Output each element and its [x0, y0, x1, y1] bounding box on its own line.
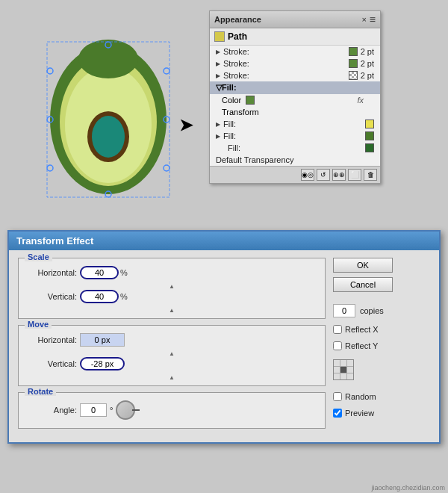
appearance-panel: Appearance × ≡ Path ▶ Stroke: 2 pt ▶ Str…	[209, 10, 381, 184]
reflect-x-row: Reflect X	[333, 325, 430, 334]
reflect-y-label: Reflect Y	[345, 341, 378, 350]
svg-point-13	[47, 165, 53, 171]
random-label: Random	[345, 392, 376, 401]
scale-horizontal-row: Horizontal: %	[25, 266, 319, 279]
move-vertical-input[interactable]	[80, 357, 125, 370]
copies-label: copies	[360, 306, 384, 315]
fill-row-1[interactable]: ▶ Fill:	[210, 118, 380, 130]
stroke-row-2[interactable]: ▶ Stroke: 2 pt	[210, 58, 380, 69]
reflect-x-label: Reflect X	[345, 325, 379, 334]
expand-triangle-2: ▶	[216, 61, 220, 67]
expand-triangle-1: ▶	[216, 49, 220, 55]
fill-color-swatch	[246, 96, 255, 105]
scale-content: Horizontal: % ▲ Vertical: %	[25, 263, 319, 314]
ok-button[interactable]: OK	[333, 258, 393, 273]
random-checkbox[interactable]	[333, 392, 342, 401]
stroke-value-3: 2 pt	[361, 71, 374, 80]
toolbar-btn-3[interactable]: ⊕⊕	[332, 169, 346, 181]
fill-header[interactable]: ▽Fill:	[210, 81, 380, 94]
dialog-left: Scale Horizontal: % ▲ Vertical:	[18, 258, 326, 435]
scale-vertical-row: Vertical: %	[25, 290, 319, 303]
stroke-label-2: Stroke:	[223, 59, 346, 68]
rotate-angle-unit: °	[110, 406, 113, 415]
toolbar-btn-4[interactable]: ⬜	[348, 169, 361, 181]
reflect-y-row: Reflect Y	[333, 341, 430, 350]
scale-group: Scale Horizontal: % ▲ Vertical:	[18, 258, 326, 319]
panel-menu-btn[interactable]: ≡	[370, 13, 376, 25]
copies-row: copies	[333, 304, 430, 317]
random-row: Random	[333, 392, 430, 401]
arrow-pointer: ➤	[179, 116, 193, 135]
move-content: Horizontal: ▲ Vertical: ▲	[25, 330, 319, 381]
panel-titlebar: Appearance × ≡	[210, 11, 380, 28]
scale-vertical-input[interactable]	[80, 290, 119, 303]
svg-point-14	[164, 165, 169, 171]
transform-grid[interactable]	[333, 359, 354, 380]
grid-cell-5	[340, 367, 346, 373]
fill-triangle-2: ▶	[216, 133, 220, 140]
preview-label: Preview	[345, 409, 374, 418]
move-horizontal-input[interactable]	[80, 333, 125, 347]
fill-row-2[interactable]: ▶ Fill:	[210, 130, 380, 142]
fill-swatch-2	[365, 131, 374, 140]
knob-line	[132, 409, 140, 411]
reflect-x-checkbox[interactable]	[333, 325, 342, 334]
stroke-row-1[interactable]: ▶ Stroke: 2 pt	[210, 46, 380, 58]
reflect-y-checkbox[interactable]	[333, 341, 342, 350]
grid-cell-6	[347, 367, 353, 373]
rotate-label: Rotate	[25, 387, 56, 396]
stroke-label-1: Stroke:	[223, 47, 346, 56]
rotate-angle-label: Angle:	[25, 406, 77, 415]
path-icon	[214, 31, 225, 42]
scale-vertical-label: Vertical:	[25, 292, 77, 301]
fill-swatch-1	[365, 120, 374, 128]
stroke-value-2: 2 pt	[361, 59, 374, 68]
cancel-button[interactable]: Cancel	[333, 277, 393, 292]
rotate-content: Angle: °	[25, 397, 319, 420]
stroke-row-3[interactable]: ▶ Stroke: 2 pt	[210, 69, 380, 81]
scale-horizontal-unit: %	[120, 268, 135, 277]
expand-triangle-3: ▶	[216, 72, 220, 79]
color-label: Color	[222, 96, 241, 105]
fx-label: fx	[357, 96, 364, 105]
scale-horizontal-input[interactable]	[80, 266, 119, 279]
fill-triangle-1: ▶	[216, 121, 220, 128]
stroke-label-3: Stroke:	[223, 71, 346, 80]
transform-dialog: Transform Effect Scale Horizontal: % ▲	[7, 230, 441, 444]
dialog-right: OK Cancel copies Reflect X Reflect Y	[333, 258, 430, 435]
path-label: Path	[228, 31, 247, 42]
stroke-value-1: 2 pt	[361, 47, 374, 56]
dialog-title: Transform Effect	[16, 235, 93, 246]
svg-point-12	[164, 68, 169, 74]
rotate-knob[interactable]	[116, 400, 135, 420]
default-transparency-row: Default Transparency	[210, 154, 380, 166]
dialog-body: Scale Horizontal: % ▲ Vertical:	[9, 250, 439, 442]
fill-row-3[interactable]: Fill:	[210, 142, 380, 154]
grid-cell-7	[334, 373, 340, 379]
grid-cell-9	[347, 373, 353, 379]
fill-swatch-3	[365, 143, 374, 152]
stroke-color-2	[349, 59, 358, 68]
panel-close-area: × ≡	[361, 13, 376, 25]
copies-input[interactable]	[333, 304, 355, 317]
svg-point-6	[78, 40, 138, 78]
panel-title: Appearance	[214, 15, 261, 24]
toolbar-btn-1[interactable]: ◉◎	[301, 169, 314, 181]
svg-point-11	[47, 68, 53, 74]
grid-cell-4	[334, 367, 340, 373]
rotate-angle-input[interactable]	[80, 403, 107, 417]
panel-close-btn[interactable]: ×	[361, 15, 366, 24]
avocado-illustration	[15, 15, 202, 209]
top-section: ➤ Appearance × ≡ Path ▶ Stroke: 2 pt ▶ S…	[0, 0, 448, 224]
stroke-color-3	[349, 71, 358, 80]
toolbar-btn-5[interactable]: 🗑	[364, 169, 377, 181]
toolbar-btn-2[interactable]: ↺	[317, 169, 330, 181]
stroke-color-1	[349, 47, 358, 56]
grid-cell-1	[334, 360, 340, 366]
preview-checkbox[interactable]	[333, 409, 342, 418]
move-horizontal-label: Horizontal:	[25, 335, 77, 344]
dialog-titlebar: Transform Effect	[9, 232, 439, 250]
grid-cell-3	[347, 360, 353, 366]
transform-row[interactable]: Transform	[210, 106, 380, 118]
color-row[interactable]: Color fx	[210, 94, 380, 106]
